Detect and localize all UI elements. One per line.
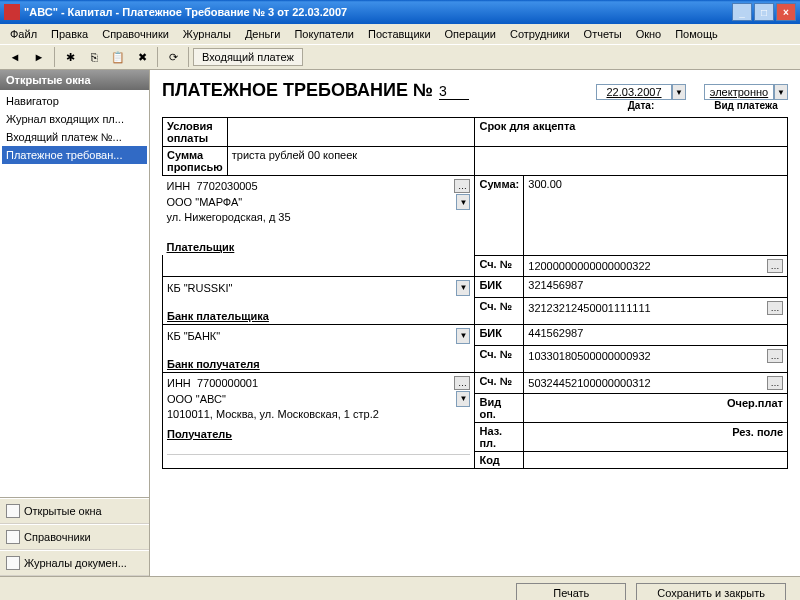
window-title: "АВС" - Капитал - Платежное Требование №… bbox=[24, 6, 730, 18]
payer-name: ООО "МАРФА" bbox=[167, 196, 243, 208]
payer-acc: 12000000000000000322 bbox=[528, 260, 650, 272]
recv-acc-lookup[interactable]: … bbox=[767, 376, 783, 390]
date-label: Дата: bbox=[596, 100, 686, 111]
toolbar: ◄ ► ✱ ⎘ 📋 ✖ ⟳ Входящий платеж bbox=[0, 44, 800, 70]
recv-bank: КБ "БАНК" bbox=[167, 330, 220, 342]
menu-customers[interactable]: Покупатели bbox=[288, 26, 360, 42]
app-icon bbox=[4, 4, 20, 20]
nav-open-windows[interactable]: Открытые окна bbox=[0, 498, 149, 524]
payer-acc-lookup[interactable]: … bbox=[767, 259, 783, 273]
menu-help[interactable]: Помощь bbox=[669, 26, 724, 42]
maximize-button[interactable]: □ bbox=[754, 3, 774, 21]
menu-reports[interactable]: Отчеты bbox=[578, 26, 628, 42]
menu-refs[interactable]: Справочники bbox=[96, 26, 175, 42]
paytype-dropdown[interactable]: ▼ bbox=[774, 84, 788, 100]
nav-refs[interactable]: Справочники bbox=[0, 524, 149, 550]
accept-label: Срок для акцепта bbox=[479, 120, 575, 132]
close-button[interactable]: × bbox=[776, 3, 796, 21]
titlebar: "АВС" - Капитал - Платежное Требование №… bbox=[0, 0, 800, 24]
payer-inn: 7702030005 bbox=[196, 180, 257, 192]
tb-back[interactable]: ◄ bbox=[4, 46, 26, 68]
payer-section: Плательщик bbox=[167, 241, 471, 253]
menu-window[interactable]: Окно bbox=[630, 26, 668, 42]
print-button[interactable]: Печать bbox=[516, 583, 626, 600]
sidebar-header: Открытые окна bbox=[0, 70, 149, 90]
payer-dropdown[interactable]: ▼ bbox=[456, 194, 470, 210]
payer-bank-acc: 32123212450001111111 bbox=[528, 302, 650, 314]
recv-lookup[interactable]: … bbox=[454, 376, 470, 390]
save-close-button[interactable]: Сохранить и закрыть bbox=[636, 583, 786, 600]
recv-inn: 7700000001 bbox=[197, 377, 258, 389]
doc-number-input[interactable] bbox=[439, 83, 469, 100]
purpose-input[interactable] bbox=[167, 442, 470, 455]
paytype-combo[interactable]: электронно bbox=[704, 84, 774, 100]
minimize-button[interactable]: _ bbox=[732, 3, 752, 21]
menu-journals[interactable]: Журналы bbox=[177, 26, 237, 42]
payer-bank: КБ "RUSSKI" bbox=[167, 282, 232, 294]
tb-fwd[interactable]: ► bbox=[28, 46, 50, 68]
tb-paste[interactable]: 📋 bbox=[107, 46, 129, 68]
payer-lookup[interactable]: … bbox=[454, 179, 470, 193]
recv-bank-section: Банк получателя bbox=[167, 358, 470, 370]
cond-label: Условия оплаты bbox=[163, 118, 228, 147]
recv-name: ООО "АВС" bbox=[167, 393, 226, 405]
paytype-label: Вид платежа bbox=[704, 100, 788, 111]
cond-value[interactable] bbox=[227, 118, 475, 147]
windows-icon bbox=[6, 504, 20, 518]
menu-edit[interactable]: Правка bbox=[45, 26, 94, 42]
recv-bank-acc: 10330180500000000932 bbox=[528, 350, 650, 362]
sidebar-nav: Открытые окна Справочники Журналы докуме… bbox=[0, 497, 149, 576]
payer-bik: 321456987 bbox=[528, 279, 583, 291]
breadcrumb[interactable]: Входящий платеж bbox=[193, 48, 303, 66]
menu-file[interactable]: Файл bbox=[4, 26, 43, 42]
book-icon bbox=[6, 530, 20, 544]
recv-acc: 50324452100000000312 bbox=[528, 377, 650, 389]
tb-cancel[interactable]: ✖ bbox=[131, 46, 153, 68]
sidebar-item-request[interactable]: Платежное требован... bbox=[2, 146, 147, 164]
sumwords-value: триста рублей 00 копеек bbox=[227, 147, 475, 176]
sidebar-item-journal[interactable]: Журнал входящих пл... bbox=[2, 110, 147, 128]
recv-dropdown[interactable]: ▼ bbox=[456, 391, 470, 407]
recv-bik: 441562987 bbox=[528, 327, 583, 339]
menu-operations[interactable]: Операции bbox=[439, 26, 502, 42]
payer-bank-dropdown[interactable]: ▼ bbox=[456, 280, 470, 296]
content-area: ПЛАТЕЖНОЕ ТРЕБОВАНИЕ № 22.03.2007▼ Дата:… bbox=[150, 70, 800, 576]
journal-icon bbox=[6, 556, 20, 570]
menu-suppliers[interactable]: Поставщики bbox=[362, 26, 437, 42]
payment-form: Условия оплаты Срок для акцепта Сумма пр… bbox=[162, 117, 788, 469]
menubar: Файл Правка Справочники Журналы Деньги П… bbox=[0, 24, 800, 44]
recv-section: Получатель bbox=[167, 428, 470, 440]
tb-copy[interactable]: ⎘ bbox=[83, 46, 105, 68]
doc-title: ПЛАТЕЖНОЕ ТРЕБОВАНИЕ № bbox=[162, 80, 433, 101]
payer-bank-acc-lookup[interactable]: … bbox=[767, 301, 783, 315]
tb-refresh[interactable]: ⟳ bbox=[162, 46, 184, 68]
button-row: Печать Сохранить и закрыть bbox=[0, 576, 800, 600]
menu-employees[interactable]: Сотрудники bbox=[504, 26, 576, 42]
sidebar-item-incoming[interactable]: Входящий платеж №... bbox=[2, 128, 147, 146]
recv-bank-acc-lookup[interactable]: … bbox=[767, 349, 783, 363]
sidebar: Открытые окна Навигатор Журнал входящих … bbox=[0, 70, 150, 576]
payer-bank-section: Банк плательщика bbox=[167, 310, 470, 322]
date-dropdown[interactable]: ▼ bbox=[672, 84, 686, 100]
sumwords-label: Сумма прописью bbox=[163, 147, 228, 176]
open-windows-list: Навигатор Журнал входящих пл... Входящий… bbox=[0, 90, 149, 497]
recv-bank-dropdown[interactable]: ▼ bbox=[456, 328, 470, 344]
tb-new[interactable]: ✱ bbox=[59, 46, 81, 68]
menu-money[interactable]: Деньги bbox=[239, 26, 287, 42]
sum-value: 300.00 bbox=[528, 178, 562, 190]
nav-journals[interactable]: Журналы докумен... bbox=[0, 550, 149, 576]
sidebar-item-navigator[interactable]: Навигатор bbox=[2, 92, 147, 110]
recv-addr: 1010011, Москва, ул. Московская, 1 стр.2 bbox=[167, 408, 470, 420]
date-input[interactable]: 22.03.2007 bbox=[596, 84, 672, 100]
payer-addr: ул. Нижегородская, д 35 bbox=[167, 211, 471, 223]
